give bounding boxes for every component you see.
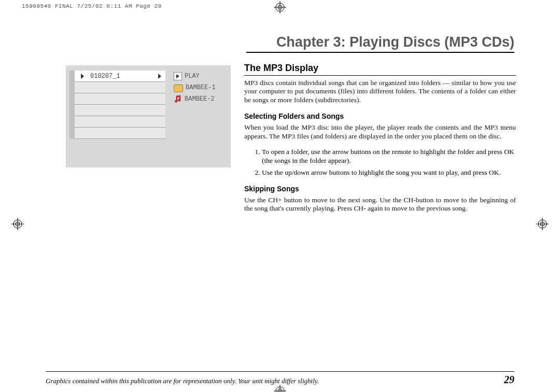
- figure-row-empty: [75, 93, 165, 105]
- figure-row-empty: [75, 82, 165, 93]
- chapter-title: Chapter 3: Playing Discs (MP3 CDs): [246, 34, 514, 53]
- step-item: Use the up/down arrow buttons to highlig…: [262, 169, 516, 177]
- figure-play-indicator: PLAY: [174, 71, 225, 82]
- body-text-column: The MP3 Display MP3 discs contain indivi…: [244, 62, 516, 220]
- figure-row-empty: [75, 128, 165, 139]
- skipping-paragraph: Use the CH+ button to move to the next s…: [244, 196, 516, 214]
- selecting-paragraph: When you load the MP3 disc into the play…: [244, 123, 516, 141]
- figure-row-selected: 010207_1: [75, 71, 165, 82]
- registration-mark-left: [11, 218, 24, 230]
- page-footer: Graphics contained within this publicati…: [46, 371, 514, 386]
- subheading-skipping: Skipping Songs: [244, 185, 516, 194]
- play-icon: [174, 72, 182, 80]
- figure-play-label: PLAY: [185, 73, 200, 80]
- folder-icon: [174, 85, 183, 92]
- subheading-selecting: Selecting Folders and Songs: [244, 112, 516, 121]
- footer-disclaimer: Graphics contained within this publicati…: [46, 377, 319, 385]
- figure-song-label: BAMBEE-2: [185, 95, 215, 103]
- step-item: To open a folder, use the arrow buttons …: [262, 148, 516, 165]
- figure-folder-item: BAMBEE-1: [174, 82, 225, 93]
- mp3-display-figure: 010207_1 PLAY BAMBEE-1 BAMBEE-2: [66, 65, 231, 167]
- figure-folder-label: BAMBEE-1: [186, 84, 216, 91]
- figure-file-list: 010207_1: [75, 71, 165, 139]
- figure-row-empty: [75, 105, 165, 116]
- section-heading: The MP3 Display: [244, 62, 516, 76]
- figure-folder-name: 010207_1: [90, 73, 120, 80]
- steps-list: To open a folder, use the arrow buttons …: [244, 148, 516, 177]
- registration-mark-top: [274, 1, 286, 13]
- submenu-arrow-icon: [158, 74, 161, 79]
- figure-song-item: BAMBEE-2: [174, 93, 225, 105]
- registration-mark-bottom: [274, 385, 286, 392]
- figure-status-panel: PLAY BAMBEE-1 BAMBEE-2: [174, 71, 225, 105]
- figure-row-empty: [75, 116, 165, 128]
- play-cursor-icon: [81, 74, 84, 79]
- print-slug: 15909540 FINAL 7/25/02 8:11 AM Page 29: [22, 3, 162, 9]
- music-note-icon: [174, 95, 182, 103]
- registration-mark-right: [536, 218, 549, 230]
- page-number: 29: [504, 374, 514, 386]
- intro-paragraph: MP3 discs contain individual songs that …: [244, 79, 516, 105]
